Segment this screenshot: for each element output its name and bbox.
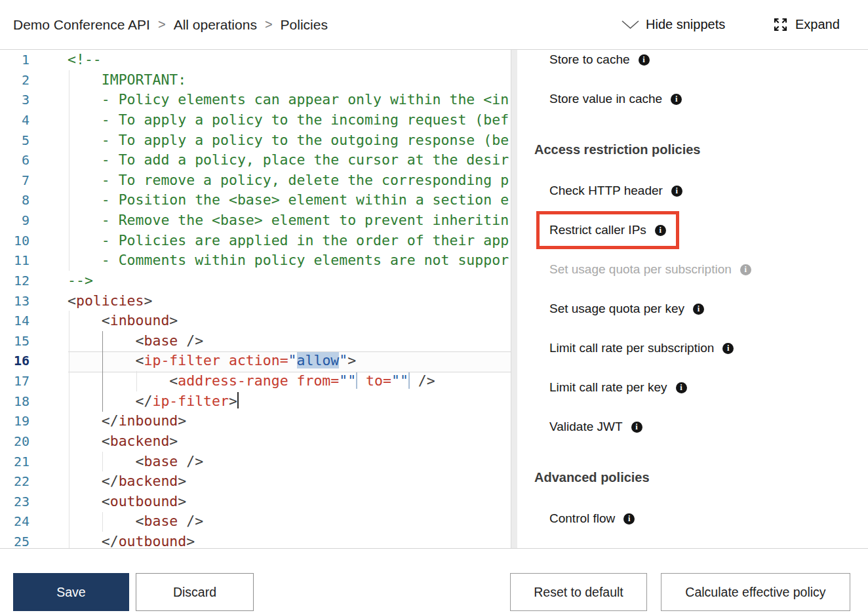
- line-number: 22: [0, 471, 30, 492]
- code-line: <outbound>: [68, 492, 511, 512]
- code-line: <base />: [68, 331, 511, 351]
- line-number: 13: [0, 291, 30, 311]
- info-icon[interactable]: i: [693, 304, 704, 315]
- line-number: 7: [0, 170, 30, 191]
- code-line: <ip-filter action="allow">: [68, 351, 511, 371]
- policy-snippets-panel: Store to cacheiStore value in cacheiAcce…: [518, 50, 868, 548]
- code-line: <!--: [68, 50, 511, 70]
- code-line: </inbound>: [68, 411, 511, 431]
- selected-text: allow: [297, 352, 340, 368]
- line-number: 20: [0, 431, 30, 452]
- line-number: 24: [0, 511, 30, 532]
- line-number: 21: [0, 452, 30, 472]
- code-line: - Policies are applied in the order of t…: [68, 231, 511, 251]
- breadcrumb-item[interactable]: Policies: [281, 17, 328, 33]
- snippet-item[interactable]: Check HTTP headeri: [518, 171, 868, 210]
- placeholder-caret: [356, 372, 357, 389]
- snippet-item[interactable]: Store value in cachei: [518, 79, 868, 119]
- line-number: 17: [0, 371, 30, 391]
- info-icon[interactable]: i: [722, 343, 734, 354]
- snippet-item-label: Store to cache: [549, 52, 630, 67]
- snippet-list: Store to cacheiStore value in cacheiAcce…: [518, 50, 868, 538]
- line-number: 25: [0, 532, 30, 548]
- snippet-item[interactable]: Control flowi: [518, 499, 868, 538]
- hide-snippets-toggle[interactable]: Hide snippets: [621, 0, 725, 49]
- snippet-item-label: Validate JWT: [549, 420, 623, 434]
- code-line: - To remove a policy, delete the corresp…: [68, 170, 511, 191]
- placeholder-caret: [408, 372, 410, 389]
- policy-code-editor[interactable]: 1234567891011121314151617181920212223242…: [0, 50, 517, 548]
- code-line: <backend>: [68, 431, 511, 452]
- line-number: 14: [0, 311, 30, 331]
- line-number: 6: [0, 150, 30, 170]
- info-icon[interactable]: i: [655, 225, 666, 236]
- snippet-item-label: Limit call rate per key: [549, 380, 667, 395]
- breadcrumb-separator: >: [158, 17, 166, 32]
- editor-scrollbar[interactable]: [511, 50, 517, 548]
- snippet-section-heading: Access restriction policies: [518, 119, 868, 171]
- breadcrumb-item[interactable]: Demo Conference API: [13, 17, 150, 33]
- calculate-effective-policy-button[interactable]: Calculate effective policy: [661, 573, 850, 611]
- policy-editor-page: Demo Conference API>All operations>Polic…: [0, 0, 868, 615]
- line-number-gutter: 1234567891011121314151617181920212223242…: [0, 50, 30, 548]
- info-icon[interactable]: i: [639, 54, 650, 66]
- expand-arrows-icon: [772, 16, 789, 33]
- snippet-item-label: Check HTTP header: [549, 184, 663, 198]
- expand-button[interactable]: Expand: [772, 0, 840, 49]
- code-line: - To apply a policy to the incoming requ…: [68, 110, 511, 130]
- code-line: <address-range from="" to="" />: [68, 371, 511, 391]
- snippet-section-heading: Advanced policies: [518, 446, 868, 499]
- line-number: 10: [0, 231, 30, 251]
- line-number: 9: [0, 210, 30, 231]
- info-icon[interactable]: i: [631, 422, 642, 433]
- snippet-item[interactable]: Limit call rate per subscriptioni: [518, 328, 868, 368]
- line-number: 8: [0, 190, 30, 210]
- text-caret: [237, 392, 239, 408]
- code-line: - To add a policy, place the cursor at t…: [68, 150, 511, 170]
- code-line: - Policy elements can appear only within…: [68, 90, 511, 110]
- code-line: <base />: [68, 511, 511, 532]
- info-icon[interactable]: i: [671, 186, 682, 197]
- info-icon[interactable]: i: [623, 513, 635, 525]
- snippet-item[interactable]: Validate JWTi: [518, 407, 868, 446]
- snippet-item[interactable]: Restrict caller IPsi: [518, 210, 868, 250]
- line-number: 12: [0, 271, 30, 291]
- breadcrumb-item[interactable]: All operations: [174, 17, 257, 33]
- code-line: <policies>: [68, 291, 511, 311]
- code-line: -->: [68, 271, 511, 291]
- line-number: 1: [0, 50, 30, 70]
- snippet-item-label: Set usage quota per key: [549, 302, 684, 316]
- snippet-item-label: Restrict caller IPs: [549, 223, 646, 237]
- snippet-item[interactable]: Store to cachei: [518, 50, 868, 79]
- expand-label: Expand: [795, 17, 840, 32]
- snippet-item[interactable]: Set usage quota per keyi: [518, 289, 868, 328]
- reset-to-default-button[interactable]: Reset to default: [510, 573, 647, 611]
- line-number: 19: [0, 411, 30, 431]
- code-line: - Position the <base> element within a s…: [68, 190, 511, 210]
- line-number: 18: [0, 391, 30, 412]
- line-number: 4: [0, 110, 30, 130]
- code-line: </backend>: [68, 471, 511, 492]
- line-number: 15: [0, 331, 30, 351]
- line-number: 23: [0, 492, 30, 512]
- code-line: - Remove the <base> element to prevent i…: [68, 210, 511, 231]
- info-icon[interactable]: i: [740, 264, 751, 275]
- line-number: 16: [0, 351, 30, 371]
- line-number: 5: [0, 130, 30, 151]
- code-area: <!-- IMPORTANT: - Policy elements can ap…: [68, 50, 511, 548]
- discard-button[interactable]: Discard: [136, 573, 254, 611]
- code-line: </outbound>: [68, 532, 511, 548]
- snippet-item[interactable]: Limit call rate per keyi: [518, 368, 868, 407]
- code-line: - To apply a policy to the outgoing resp…: [68, 130, 511, 151]
- breadcrumb-separator: >: [265, 17, 273, 32]
- line-number: 3: [0, 90, 30, 110]
- info-icon[interactable]: i: [671, 94, 682, 105]
- info-icon[interactable]: i: [676, 382, 687, 393]
- code-line: <inbound>: [68, 311, 511, 331]
- footer-bar: Save Discard Reset to default Calculate …: [0, 548, 868, 615]
- save-button[interactable]: Save: [13, 573, 129, 611]
- line-number: 2: [0, 70, 30, 90]
- code-line: - Comments within policy elements are no…: [68, 250, 511, 271]
- header-bar: Demo Conference API>All operations>Polic…: [0, 0, 868, 50]
- code-line: </ip-filter>: [68, 391, 511, 412]
